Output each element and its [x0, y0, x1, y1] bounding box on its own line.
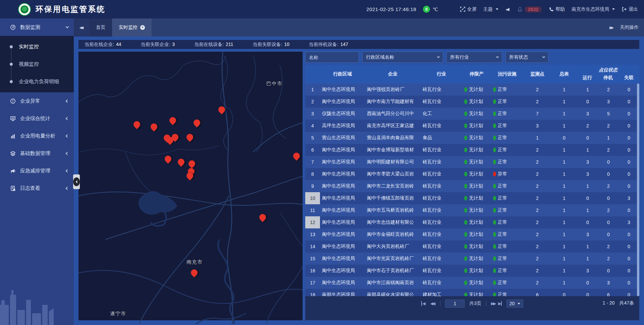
cell-disconnected: 0 [619, 84, 639, 96]
sidebar-group-3[interactable]: 企业用电量分析 [0, 127, 74, 145]
map-collapse-button[interactable] [73, 174, 80, 189]
cell-region: 阆中生态环境局 [320, 156, 365, 168]
tab-realtime-label: 实时监控 [119, 24, 138, 31]
table-row[interactable]: 14阆中生态环境局阆中大兴页岩机砖厂砖瓦行业无计划正常21120 [305, 240, 639, 253]
table-row[interactable]: 15阆中生态环境局阆中市光富页岩机砖厂砖瓦行业无计划正常21120 [305, 253, 639, 265]
status-dot-green [493, 99, 496, 104]
table-row[interactable]: 3仪陇生态环境局西南油气田分公司川中化工无计划正常71350 [305, 108, 639, 120]
sidebar-group-label: 应急减排管理 [20, 168, 66, 174]
map-panel[interactable]: 巴中市南充市遂宁市 [78, 52, 303, 320]
table-row[interactable]: 18南部生态环境局南部县砚化水泥有限公建材加工无计划正常60060 [305, 289, 639, 296]
chevron-left-icon [66, 169, 69, 172]
last-page-button[interactable]: ▶ [498, 301, 502, 306]
close-operations-button[interactable]: 关闭操作 [620, 24, 639, 31]
cell-running: 1 [577, 144, 598, 156]
name-filter-input[interactable] [305, 52, 359, 63]
cell-stop-production: 无计划 [462, 277, 491, 289]
prev-page-button[interactable]: ◀◀ [430, 301, 435, 306]
cell-industry: 砖瓦行业 [421, 240, 462, 253]
cell-main-meter: 1 [551, 156, 577, 168]
layers-icon [9, 151, 16, 156]
cell-company: 阆中市南方节能建材有 [365, 96, 421, 108]
cell-company: 阆中市光富页岩机砖厂 [365, 253, 421, 265]
app-root: 环保用电监管系统 2021-02-25 17:46:18 0 ℃ 全屏 主题 [0, 0, 644, 325]
fullscreen-button[interactable]: 全屏 [460, 6, 477, 12]
stat-label: 当前在线设备: [194, 42, 224, 48]
tab-realtime-monitor[interactable]: 实时监控 × [112, 18, 152, 37]
page-size-select[interactable]: 20 [506, 300, 524, 308]
notifications-button[interactable]: 2632 [517, 6, 542, 12]
table-row[interactable]: 7阆中生态环境局阆中明阳建材有限公司砖瓦行业无计划正常21300 [305, 156, 639, 168]
table-row[interactable]: 1阆中生态环境局阆中强锐页岩砖厂砖瓦行业无计划正常21120 [305, 84, 639, 96]
table-row[interactable]: 16阆中生态环境局阆中市石子页岩机砖厂砖瓦行业无计划正常21300 [305, 265, 639, 277]
table-row[interactable]: 10阆中生态环境局阆中千佛镇五郎垭页岩砖瓦行业无计划正常21003 [305, 192, 639, 204]
first-page-button[interactable]: ◀ [421, 301, 426, 306]
status-dot-green [464, 184, 467, 188]
cell-disconnected: 0 [619, 180, 639, 192]
cell-stopped: 0 [598, 265, 619, 277]
sidebar-group-0[interactable]: 数据监测 [0, 18, 74, 36]
fullscreen-icon [460, 7, 465, 12]
table-row[interactable]: 11阆中生态环境局阆中市五马桥页岩机砖砖瓦行业无计划正常21120 [305, 204, 639, 216]
cell-pollution-facility: 正常 [491, 216, 523, 228]
table-row[interactable]: 12阆中生态环境局阆中市忠信建材有限公砖瓦行业无计划正常21003 [305, 216, 639, 228]
sidebar-group-2[interactable]: 企业综合统计 [0, 110, 74, 127]
cell-monitor-points: 2 [523, 192, 551, 204]
sidebar-nav: 数据监测实时监控视频监控企业电力负荷明细企业异常企业综合统计企业用电量分析基础数… [0, 18, 74, 325]
sidebar-group-5[interactable]: 应急减排管理 [0, 162, 74, 179]
logout-button[interactable]: 退出 [622, 6, 638, 12]
status-dot-green [464, 111, 467, 116]
stats-bar: 当前在线企业:44当前失联企业:3当前在线设备:211当前失联设备:10当前停机… [78, 40, 639, 49]
stat-item: 当前失联企业:3 [141, 42, 175, 48]
cell-stopped: 2 [598, 204, 619, 216]
cell-region: 阆中生态环境局 [320, 240, 365, 253]
cell-stop-production: 无计划 [462, 192, 491, 204]
table-row[interactable]: 13阆中生态环境局阆中市金福旺页岩机砖砖瓦行业无计划正常21300 [305, 228, 639, 240]
tab-close-icon[interactable]: × [140, 25, 145, 30]
next-page-button[interactable]: ▶▶ [491, 301, 496, 306]
table-row[interactable]: 6阆中生态环境局阆中市金博瑞新型墙材砖瓦行业无计划正常21120 [305, 144, 639, 156]
table-row[interactable]: 17阆中生态环境局阆中市江南镇阆南页岩砖瓦行业无计划正常21030 [305, 277, 639, 289]
cell-stop-production: 无计划 [462, 289, 491, 296]
table-row[interactable]: 5营山生态环境局营山县润丰肉食品有限食品无计划正常10010 [305, 132, 639, 144]
tabs-scroll-left-button[interactable]: ◀◀ [74, 18, 89, 37]
status-filter-select[interactable]: 所有状态 [505, 52, 548, 63]
cell-monitor-points: 6 [523, 289, 551, 296]
region-filter-select[interactable]: 行政区域名称 [362, 52, 443, 63]
status-dot-green [464, 244, 467, 249]
sidebar-group-4[interactable]: 基础数据管理 [0, 145, 74, 162]
sidebar-group-label: 基础数据管理 [20, 150, 66, 157]
speaker-muted-icon[interactable] [505, 7, 511, 12]
tab-home[interactable]: 首页 [89, 18, 112, 37]
sidebar-group-6[interactable]: 日志查看 [0, 179, 74, 197]
content-area: 当前在线企业:44当前失联企业:3当前在线设备:211当前失联设备:10当前停机… [74, 37, 644, 325]
cell-pollution-facility: 正常 [491, 265, 523, 277]
table-row[interactable]: 9阆中生态环境局阆中市二龙长宝页岩砖砖瓦行业无计划正常21120 [305, 180, 639, 192]
status-dot-green [464, 268, 467, 273]
cell-index: 8 [305, 168, 320, 180]
theme-dropdown[interactable]: 主题 [483, 6, 498, 12]
cell-stopped: 1 [598, 132, 619, 144]
table-row[interactable]: 4高坪生态环境局南充市高坪区王家店建砖瓦行业无计划正常31220 [305, 120, 639, 132]
cell-company: 阆中明阳建材有限公司 [365, 156, 421, 168]
cell-industry: 砖瓦行业 [421, 265, 462, 277]
status-dot-green [464, 123, 467, 128]
tabs-scroll-right-button[interactable]: ▶▶ [609, 25, 614, 30]
table-row[interactable]: 2阆中生态环境局阆中市南方节能建材有砖瓦行业无计划正常21030 [305, 96, 639, 108]
table-row[interactable]: 8阆中生态环境局阆中市枣碧大梁山页岩砖瓦行业无计划异常21300 [305, 168, 639, 180]
cell-stop-production: 无计划 [462, 204, 491, 216]
cell-monitor-points: 2 [523, 96, 551, 108]
sidebar-item-企业电力负荷明细[interactable]: 企业电力负荷明细 [0, 73, 74, 90]
sidebar-group-1[interactable]: 企业异常 [0, 92, 74, 110]
table-scrollbar[interactable] [637, 84, 639, 296]
org-dropdown[interactable]: 南充市生态环境局 [572, 6, 615, 12]
help-button[interactable]: 帮助 [548, 6, 565, 12]
industry-filter-select[interactable]: 所有行业 [446, 52, 502, 63]
cell-disconnected: 0 [619, 168, 639, 180]
logout-label: 退出 [629, 6, 638, 12]
page-number-input[interactable] [445, 300, 465, 308]
sidebar-item-实时监控[interactable]: 实时监控 [0, 38, 74, 55]
status-dot-green [464, 220, 467, 225]
sidebar-item-视频监控[interactable]: 视频监控 [0, 55, 74, 73]
cell-running: 1 [577, 240, 598, 253]
